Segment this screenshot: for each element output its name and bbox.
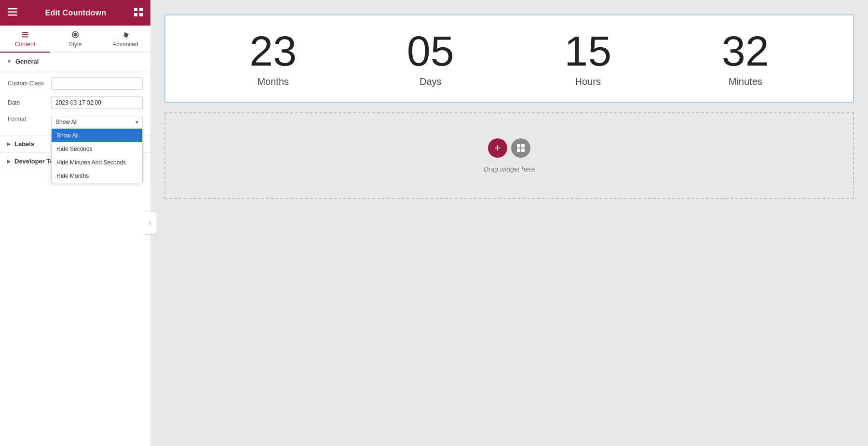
countdown-label-minutes: Minutes (729, 76, 762, 87)
sidebar-header: Edit Countdown (0, 0, 150, 26)
svg-rect-6 (139, 13, 143, 16)
svg-rect-10 (521, 149, 525, 152)
format-dropdown-menu: Show All Hide Seconds Hide Minutes And S… (51, 128, 143, 183)
widget-button[interactable] (511, 138, 530, 158)
dropdown-item-hide-seconds[interactable]: Hide Seconds (52, 142, 142, 156)
sidebar-content: ▼ General Custom Class Date Format Show (0, 53, 150, 446)
svg-rect-1 (8, 11, 17, 13)
hamburger-icon[interactable] (8, 8, 17, 18)
date-input[interactable] (51, 96, 143, 109)
tab-advanced[interactable]: Advanced (100, 26, 150, 53)
countdown-number-minutes: 32 (722, 30, 769, 72)
section-labels-label: Labels (14, 140, 34, 148)
drag-text: Drag widget here (484, 165, 535, 173)
format-label: Format (8, 116, 51, 122)
section-general-body: Custom Class Date Format Show All ▼ (0, 70, 150, 135)
section-general-header[interactable]: ▼ General (0, 53, 150, 70)
section-labels-arrow: ▶ (7, 141, 11, 147)
dropdown-item-show-all[interactable]: Show All (52, 129, 142, 142)
svg-rect-8 (521, 144, 525, 148)
tab-content[interactable]: Content (0, 26, 50, 53)
countdown-label-months: Months (257, 76, 289, 87)
countdown-widget: 23 Months 05 Days 15 Hours 32 Minutes (164, 14, 854, 103)
drag-widget-area[interactable]: + Drag widget here (164, 112, 854, 199)
format-select-wrapper: Show All ▼ Show All Hide Seconds Hide Mi… (51, 116, 143, 128)
svg-rect-3 (134, 8, 137, 11)
format-row: Format Show All ▼ Show All Hide Seconds … (8, 116, 143, 128)
svg-rect-4 (139, 8, 143, 11)
svg-rect-7 (517, 144, 520, 148)
date-label: Date (8, 99, 51, 106)
tab-content-label: Content (15, 41, 35, 48)
svg-rect-9 (517, 149, 520, 152)
section-general-arrow: ▼ (7, 59, 12, 64)
tab-style-label: Style (69, 41, 82, 48)
grid-icon[interactable] (134, 8, 143, 18)
sidebar-collapse-button[interactable]: ‹ (145, 212, 156, 235)
countdown-number-hours: 15 (564, 30, 611, 72)
tab-style[interactable]: Style (50, 26, 100, 53)
main-area: 23 Months 05 Days 15 Hours 32 Minutes + (150, 0, 868, 446)
collapse-chevron-icon: ‹ (149, 220, 151, 227)
countdown-label-hours: Hours (575, 76, 601, 87)
custom-class-label: Custom Class (8, 80, 51, 87)
countdown-item-months: 23 Months (249, 30, 297, 87)
countdown-item-minutes: 32 Minutes (722, 30, 769, 87)
sidebar: Edit Countdown Content Style Advanced (0, 0, 150, 446)
svg-rect-2 (8, 14, 17, 16)
svg-rect-0 (8, 8, 17, 10)
add-widget-button[interactable]: + (488, 138, 507, 158)
tab-advanced-label: Advanced (112, 41, 138, 48)
drag-buttons: + (488, 138, 530, 158)
date-row: Date (8, 96, 143, 109)
dropdown-item-hide-minutes-seconds[interactable]: Hide Minutes And Seconds (52, 156, 142, 169)
countdown-item-days: 05 Days (407, 30, 454, 87)
countdown-item-hours: 15 Hours (564, 30, 611, 87)
countdown-number-months: 23 (249, 30, 297, 72)
countdown-number-days: 05 (407, 30, 454, 72)
section-devtools-arrow: ▶ (7, 159, 11, 164)
section-general-label: General (15, 58, 39, 65)
countdown-label-days: Days (420, 76, 442, 87)
svg-rect-5 (134, 13, 137, 16)
sidebar-tabs: Content Style Advanced (0, 26, 150, 53)
custom-class-row: Custom Class (8, 77, 143, 90)
custom-class-input[interactable] (51, 77, 143, 90)
sidebar-title: Edit Countdown (45, 9, 107, 17)
dropdown-item-hide-months[interactable]: Hide Months (52, 169, 142, 183)
